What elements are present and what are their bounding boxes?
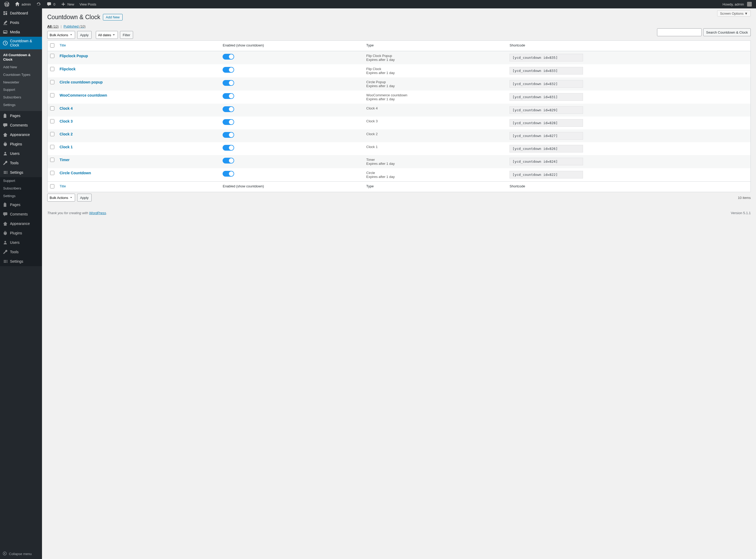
menu-item-posts[interactable]: Posts (0, 18, 42, 27)
shortcode-box[interactable]: [ycd_countdown id=832] (510, 80, 583, 88)
row-checkbox[interactable] (50, 80, 54, 84)
filter-all[interactable]: All (10) (47, 24, 59, 28)
menu-item-pages[interactable]: Pages (0, 111, 42, 120)
row-title-link[interactable]: Flipclock (60, 67, 75, 71)
new-link[interactable]: New (59, 0, 76, 8)
shortcode-box[interactable]: [ycd_countdown id=824] (510, 158, 583, 165)
table-row: TimerTimerExpires after 1 day[ycd_countd… (47, 155, 751, 168)
collapse-menu[interactable]: Collapse menu (0, 549, 42, 559)
enabled-toggle[interactable] (223, 145, 234, 151)
refresh-button[interactable] (34, 0, 43, 8)
dim-menu-item-pages[interactable]: Pages (0, 200, 42, 209)
row-checkbox[interactable] (50, 67, 54, 71)
menu-item-clock[interactable]: Countdown & Clock (0, 37, 42, 49)
shortcode-box[interactable]: [ycd_countdown id=828] (510, 119, 583, 127)
shortcode-box[interactable]: [ycd_countdown id=831] (510, 93, 583, 101)
menu-item-settings[interactable]: Settings (0, 168, 42, 177)
search-button[interactable]: Search Countdown & Clock (703, 28, 751, 36)
dim-submenu-item[interactable]: Settings (0, 193, 42, 200)
enabled-toggle[interactable] (223, 171, 234, 177)
row-type: Flip Clock (366, 67, 504, 71)
dim-submenu-item[interactable]: Subscribers (0, 185, 42, 193)
items-count-bottom: 10 items (738, 196, 751, 200)
site-name-link[interactable]: admin (13, 0, 33, 8)
add-new-button[interactable]: Add New (103, 14, 123, 20)
row-checkbox[interactable] (50, 54, 54, 58)
row-title-link[interactable]: Flipclock Popup (60, 54, 88, 58)
shortcode-box[interactable]: [ycd_countdown id=822] (510, 171, 583, 178)
menu-item-comments[interactable]: Comments (0, 120, 42, 130)
enabled-toggle[interactable] (223, 93, 234, 99)
row-checkbox[interactable] (50, 119, 54, 124)
col-title[interactable]: Title (57, 41, 220, 51)
bulk-actions-select-bottom[interactable]: Bulk Actions (47, 194, 75, 202)
shortcode-box[interactable]: [ycd_countdown id=835] (510, 54, 583, 61)
shortcode-box[interactable]: [ycd_countdown id=826] (510, 145, 583, 153)
bulk-actions-select[interactable]: Bulk Actions (47, 31, 75, 39)
submenu-item[interactable]: Subscribers (0, 94, 42, 101)
submenu-item[interactable]: Newsletter (0, 79, 42, 86)
dim-menu-item-settings[interactable]: Settings (0, 257, 42, 266)
row-title-link[interactable]: Clock 3 (60, 119, 73, 124)
screen-options-button[interactable]: Screen Options ▼ (717, 10, 751, 17)
submenu-item[interactable]: Settings (0, 101, 42, 109)
row-title-link[interactable]: Circle Countdown (60, 171, 91, 175)
menu-item-appearance[interactable]: Appearance (0, 130, 42, 139)
dim-menu-item-tools[interactable]: Tools (0, 247, 42, 257)
menu-item-plugins[interactable]: Plugins (0, 139, 42, 149)
apply-button-bottom[interactable]: Apply (77, 194, 92, 202)
dim-submenu-item[interactable]: Support (0, 177, 42, 185)
enabled-toggle[interactable] (223, 132, 234, 138)
apply-button[interactable]: Apply (77, 31, 92, 39)
search-input[interactable] (657, 28, 702, 36)
enabled-toggle[interactable] (223, 80, 234, 86)
shortcode-box[interactable]: [ycd_countdown id=833] (510, 67, 583, 74)
row-title-link[interactable]: WooCommerce countdown (60, 93, 107, 97)
dim-menu-item-comments[interactable]: Comments (0, 209, 42, 219)
col-title-foot[interactable]: Title (57, 181, 220, 192)
dim-menu-item-appearance[interactable]: Appearance (0, 219, 42, 228)
dim-menu-item-plugins[interactable]: Plugins (0, 228, 42, 238)
submenu-item[interactable]: Countdown Types (0, 71, 42, 79)
date-filter-select[interactable]: All dates (96, 31, 118, 39)
wordpress-link[interactable]: WordPress (89, 211, 106, 215)
row-title-link[interactable]: Circle countdown popup (60, 80, 103, 84)
filter-button[interactable]: Filter (120, 31, 133, 39)
wp-logo[interactable] (2, 0, 12, 8)
enabled-toggle[interactable] (223, 119, 234, 125)
row-checkbox[interactable] (50, 171, 54, 175)
row-title-link[interactable]: Clock 2 (60, 132, 73, 136)
row-title-link[interactable]: Clock 4 (60, 106, 73, 111)
comments-link[interactable]: 0 (44, 0, 57, 8)
filter-published[interactable]: Published (10) (64, 24, 86, 28)
row-checkbox[interactable] (50, 132, 54, 136)
row-checkbox[interactable] (50, 93, 54, 97)
tools-icon (3, 249, 8, 254)
menu-item-dashboard[interactable]: Dashboard (0, 8, 42, 18)
row-type: Circle Popup (366, 80, 504, 84)
row-checkbox[interactable] (50, 106, 54, 111)
row-checkbox[interactable] (50, 145, 54, 149)
menu-item-users[interactable]: Users (0, 149, 42, 158)
enabled-toggle[interactable] (223, 54, 234, 60)
submenu-item[interactable]: All Countdown & Clock (0, 51, 42, 64)
submenu-item[interactable]: Support (0, 86, 42, 94)
row-title-link[interactable]: Timer (60, 158, 70, 162)
users-icon (3, 240, 8, 245)
view-posts-link[interactable]: View Posts (77, 0, 98, 8)
shortcode-box[interactable]: [ycd_countdown id=829] (510, 106, 583, 114)
dim-menu-item-users[interactable]: Users (0, 238, 42, 247)
select-all-checkbox[interactable] (50, 43, 54, 47)
menu-item-tools[interactable]: Tools (0, 158, 42, 168)
submenu-item[interactable]: Add New (0, 64, 42, 71)
row-title-link[interactable]: Clock 1 (60, 145, 73, 149)
shortcode-box[interactable]: [ycd_countdown id=827] (510, 132, 583, 140)
row-checkbox[interactable] (50, 158, 54, 162)
menu-item-media[interactable]: Media (0, 27, 42, 37)
enabled-toggle[interactable] (223, 158, 234, 163)
enabled-toggle[interactable] (223, 106, 234, 112)
enabled-toggle[interactable] (223, 67, 234, 73)
col-shortcode-foot: Shortcode (507, 181, 751, 192)
select-all-checkbox-foot[interactable] (50, 184, 54, 188)
howdy-link[interactable]: Howdy, admin (720, 0, 754, 8)
